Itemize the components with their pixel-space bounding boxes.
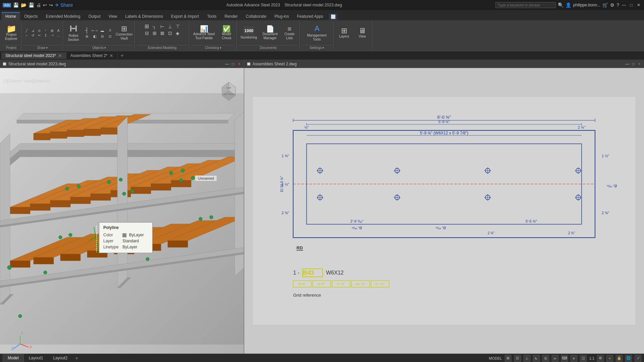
draw-hatch-btn[interactable]: ⊞	[49, 28, 55, 33]
beam-btn-2[interactable]: ⊢⊣	[91, 27, 98, 34]
tab-render[interactable]: Render	[220, 13, 241, 20]
right-close-btn[interactable]: ✕	[637, 61, 642, 67]
left-close-btn[interactable]: ✕	[236, 61, 242, 67]
status-tab-layout2[interactable]: Layout2	[48, 354, 72, 362]
minimize-btn[interactable]: —	[621, 2, 627, 8]
svg-point-74	[7, 265, 11, 269]
model-check-btn[interactable]: ✅ ModelCheck	[218, 24, 235, 41]
doc-tab-model[interactable]: Structural steel model 2023* ✕	[1, 52, 66, 59]
close-btn[interactable]: ✕	[636, 2, 641, 8]
viewport-3d[interactable]: TOP LEFT FRONT [-][Custom View][Realisti…	[0, 68, 244, 354]
tmodel-btn[interactable]: ◫	[580, 355, 587, 362]
svg-marker-24	[50, 200, 70, 207]
svg-text:2'-9 ⁵⁄₁₆": 2'-9 ⁵⁄₁₆"	[351, 219, 364, 223]
search-input[interactable]	[495, 2, 556, 8]
navigation-cube[interactable]: TOP LEFT FRONT	[217, 79, 240, 102]
ext-btn-7[interactable]: ⊞	[151, 30, 158, 36]
view-btn[interactable]: 🖥 View	[354, 26, 371, 40]
settings-status-btn[interactable]: ⚙	[597, 355, 604, 362]
tab-tools[interactable]: Tools	[203, 13, 220, 20]
status-tab-layout1[interactable]: Layout1	[24, 354, 48, 362]
otrack-btn[interactable]: ∞	[552, 355, 558, 362]
tab-home[interactable]: Home	[1, 12, 20, 20]
ext-btn-5[interactable]: ⊤	[174, 23, 181, 29]
maximize-btn[interactable]: □	[629, 2, 634, 8]
ribbon-group-ext-modeling: ⊞ ┐ ⊢ ⊥ ⊤ ⊟ ⊞ ⊠ ⊡ ◈ Extended Modeling	[136, 21, 189, 50]
draw-text-btn[interactable]: A	[55, 28, 61, 33]
draw-pline-btn[interactable]: ⊿	[30, 28, 36, 33]
project-buttons: 📁 ProjectExplorer	[3, 21, 20, 44]
ext-btn-10[interactable]: ◈	[174, 30, 181, 36]
status-tab-model[interactable]: Model	[3, 354, 24, 362]
ext-btn-1[interactable]: ⊞	[143, 23, 151, 30]
tab-featured-apps[interactable]: Featured Apps	[293, 13, 327, 20]
right-restore-btn[interactable]: □	[631, 61, 636, 67]
beam-btn-1[interactable]: ┤	[83, 27, 91, 34]
management-tools-btn[interactable]: A ManagementTools	[305, 23, 328, 43]
settings-icon[interactable]: ⚙	[610, 2, 614, 8]
add-status-btn[interactable]: +	[606, 355, 613, 362]
ext-btn-4[interactable]: ⊥	[166, 23, 174, 29]
left-minimize-btn[interactable]: —	[224, 61, 230, 67]
draw-extend-btn[interactable]: ↥	[43, 33, 49, 38]
draw-line-btn[interactable]: ╱	[23, 28, 30, 33]
beam-btn-7[interactable]: ⊟	[99, 34, 106, 39]
draw-arc-btn[interactable]: ◜	[43, 28, 49, 33]
tab-labels-dimensions[interactable]: Labels & Dimensions	[121, 13, 167, 20]
help-icon[interactable]: ?	[616, 2, 619, 8]
lock-status-btn[interactable]: 🔒	[616, 355, 623, 362]
share-icon[interactable]: ✈ Share	[55, 2, 73, 8]
snap-btn[interactable]: ⊡	[514, 355, 521, 362]
tab-plugins[interactable]: Plug-ins	[270, 13, 293, 20]
draw-more-btn[interactable]: …	[55, 33, 61, 38]
ext-btn-6[interactable]: ⊟	[143, 30, 151, 36]
numbering-btn[interactable]: 1000 Numbering	[239, 25, 259, 41]
document-manager-btn[interactable]: 📄 DocumentManager	[260, 24, 280, 41]
lweight-btn[interactable]: ≡	[571, 355, 577, 362]
doc-tab-assembly[interactable]: Assemblies Sheet 2* ✕	[66, 52, 118, 59]
layers-btn[interactable]: ⊞ Layers	[336, 26, 353, 40]
fit-status-btn[interactable]: ⤢	[635, 355, 641, 362]
dynin-btn[interactable]: ⌨	[561, 355, 568, 362]
tab-output[interactable]: Output	[84, 13, 104, 20]
create-lists-btn[interactable]: ≡ CreateLists	[281, 24, 298, 41]
grid-btn[interactable]: ⊞	[505, 355, 512, 362]
connection-vault-btn[interactable]: ⊞ ConnectionVault	[115, 24, 133, 42]
ext-btn-8[interactable]: ⊠	[159, 30, 166, 36]
globe-status-btn[interactable]: 🌐	[625, 355, 632, 362]
ext-btn-9[interactable]: ⊡	[166, 30, 174, 36]
draw-mirror-btn[interactable]: ⊣	[49, 33, 55, 38]
draw-rotate-btn[interactable]: ↺	[30, 33, 36, 38]
beam-btn-4[interactable]: ⧖	[106, 27, 114, 34]
doc-tab-assembly-close[interactable]: ✕	[109, 53, 113, 58]
tab-collaborate[interactable]: Collaborate	[242, 13, 270, 20]
workspace-btn[interactable]: ⬜	[329, 13, 338, 20]
search-btn[interactable]: 🔍	[558, 2, 564, 8]
polar-btn[interactable]: ⊾	[533, 355, 540, 362]
draw-move-btn[interactable]: ↔	[23, 33, 30, 38]
doc-tab-add-btn[interactable]: +	[118, 52, 126, 60]
draw-circle-btn[interactable]: ⊙	[36, 28, 42, 33]
tab-view[interactable]: View	[104, 13, 121, 20]
drawing-area[interactable]: 6'-0 ¾" ½" 5'-9 ¼" 2 ¾" 5'-9 ¾" (W6X12 x…	[244, 68, 644, 354]
tab-objects[interactable]: Objects	[20, 13, 42, 20]
advance-steel-palette-btn[interactable]: 📊 Advance SteelTool Palette	[191, 24, 217, 41]
project-explorer-btn[interactable]: 📁 ProjectExplorer	[3, 24, 20, 42]
svg-text:X: X	[30, 345, 32, 349]
beam-btn-6[interactable]: ◧	[91, 34, 98, 39]
ext-btn-2[interactable]: ┐	[151, 23, 158, 29]
tab-extended-modeling[interactable]: Extended Modeling	[42, 13, 85, 20]
beam-btn-8[interactable]: ⊡	[106, 34, 114, 39]
layout-add-btn[interactable]: +	[72, 354, 81, 362]
tab-export-import[interactable]: Export & Import	[167, 13, 203, 20]
left-restore-btn[interactable]: □	[230, 61, 236, 67]
right-minimize-btn[interactable]: —	[625, 61, 630, 67]
osnap-btn[interactable]: ◎	[542, 355, 549, 362]
rolled-section-btn[interactable]: RolledSection	[65, 23, 82, 43]
ext-btn-3[interactable]: ⊢	[159, 23, 166, 29]
beam-btn-5[interactable]: ⊞	[83, 34, 91, 39]
beam-btn-3[interactable]: ▬	[99, 27, 106, 34]
doc-tab-model-close[interactable]: ✕	[58, 53, 62, 58]
ortho-btn[interactable]: ⊥	[524, 355, 530, 362]
draw-trim-btn[interactable]: ✂	[36, 33, 42, 38]
